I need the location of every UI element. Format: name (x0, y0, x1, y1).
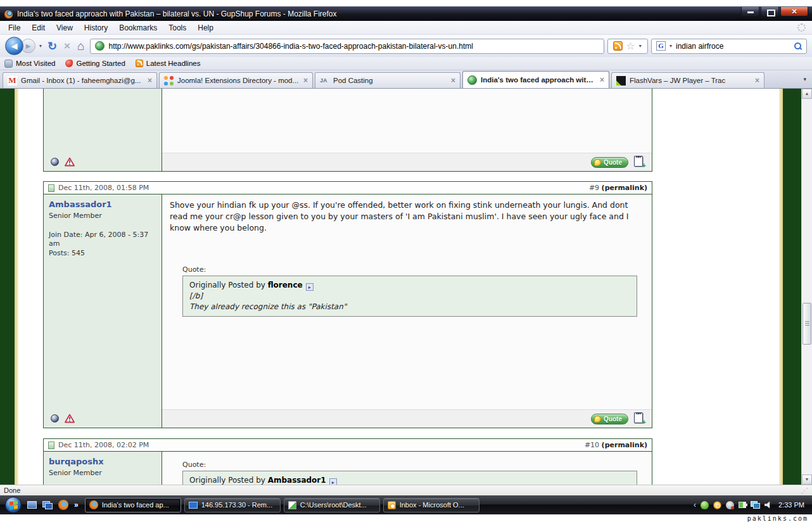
scrollbar-thumb[interactable] (802, 303, 811, 345)
stop-button[interactable]: × (62, 40, 72, 53)
permalink-link[interactable]: (permalink) (602, 441, 647, 449)
tab-joomla[interactable]: Joomla! Extensions Directory - mod... × (159, 72, 313, 88)
scroll-down-button[interactable]: ▼ (802, 474, 812, 485)
tab-close-icon[interactable]: × (451, 76, 455, 85)
quote-attribution: Originally Posted by florence (189, 280, 630, 291)
quoted-author: florence (268, 281, 303, 290)
username-link[interactable]: burqaposhx (49, 457, 156, 466)
firefox-quicklaunch-icon[interactable] (58, 500, 68, 510)
bookmark-dropdown-icon[interactable]: ▾ (638, 43, 642, 49)
multiquote-button[interactable]: + (633, 156, 646, 169)
search-go-icon[interactable] (794, 42, 802, 50)
tab-close-icon[interactable]: × (600, 75, 604, 84)
url-bar[interactable]: http://www.paklinks.com/gs/pakistan-affa… (90, 39, 604, 54)
tab-flashvars[interactable]: FlashVars – JW Player – Trac × (611, 72, 764, 88)
tab-list-dropdown-icon[interactable]: ▾ (800, 73, 809, 85)
bookmark-most-visited[interactable]: Most Visited (4, 60, 55, 68)
restore-button[interactable] (761, 7, 779, 16)
multiquote-button[interactable]: + (633, 412, 646, 425)
tab-gmail[interactable]: M Gmail - Inbox (1) - faheemghazi@g... × (3, 72, 157, 88)
post-doc-icon (48, 442, 54, 449)
taskbar-button-explorer[interactable]: C:\Users\root\Deskt... (284, 498, 380, 512)
menu-view[interactable]: View (51, 22, 79, 34)
post-footer-right: Quote + (162, 409, 652, 428)
tray-expand-chevron[interactable]: ‹ (694, 500, 696, 509)
window-title: India's two faced approach with Pakistan… (17, 10, 337, 18)
tab-active-thread[interactable]: India's two faced approach with P... × (462, 71, 609, 88)
task-label: C:\Users\root\Deskt... (300, 501, 367, 509)
taskbar-button-remote-desktop[interactable]: 146.95.173.30 - Rem... (184, 498, 281, 512)
view-post-arrow-icon[interactable] (329, 478, 337, 485)
tab-pod-casting[interactable]: JA Pod Casting × (315, 72, 460, 88)
quote-bubble-icon (594, 416, 601, 423)
rss-feed-icon[interactable] (613, 41, 623, 51)
menu-bookmarks[interactable]: Bookmarks (113, 22, 163, 34)
history-dropdown-icon[interactable]: ▾ (39, 43, 42, 49)
show-desktop-icon[interactable] (27, 501, 37, 509)
search-input[interactable]: indian airfroce (676, 42, 790, 51)
username-link[interactable]: Ambassador1 (49, 200, 156, 209)
post-8-partial: Quote + (43, 89, 652, 172)
tab-close-icon[interactable]: × (303, 76, 308, 85)
bookmark-star-icon[interactable]: ☆ (626, 41, 635, 51)
taskbar-button-outlook[interactable]: Inbox - Microsoft O... (383, 498, 479, 512)
battery-tray-icon[interactable] (739, 502, 746, 508)
network-tray-icon[interactable] (751, 501, 760, 509)
user-status-orb-icon (51, 414, 59, 423)
view-post-arrow-icon[interactable] (306, 283, 314, 291)
jw-player-favicon (616, 76, 626, 86)
permalink-link[interactable]: (permalink) (602, 184, 647, 192)
home-button[interactable]: ⌂ (75, 39, 86, 53)
messenger-tray-icon[interactable] (701, 501, 709, 509)
taskbar-clock[interactable]: 2:33 PM (778, 501, 804, 509)
url-text[interactable]: http://www.paklinks.com/gs/pakistan-affa… (109, 42, 473, 51)
minimize-button[interactable] (741, 7, 759, 16)
volume-tray-icon[interactable] (764, 501, 772, 509)
reload-button[interactable]: ↻ (46, 39, 59, 53)
taskbar-button-firefox[interactable]: India's two faced ap... (85, 498, 181, 512)
vertical-scrollbar[interactable]: ▲ ▼ (801, 89, 812, 485)
latest-headlines-rss-icon (136, 60, 143, 67)
post-number-wrap: #10 (permalink) (585, 441, 647, 449)
feed-bookmark-group: ☆ ▾ (607, 39, 648, 54)
menu-tools[interactable]: Tools (163, 22, 192, 34)
menu-file[interactable]: File (3, 22, 26, 34)
report-post-icon[interactable] (65, 157, 75, 167)
quote-bubble-icon (594, 159, 601, 166)
switch-windows-icon[interactable] (42, 501, 53, 509)
resize-grip-icon[interactable]: ⋰ (801, 487, 808, 493)
scroll-up-button[interactable]: ▲ (802, 89, 812, 99)
search-bar[interactable]: G ▾ indian airfroce (651, 39, 807, 54)
back-button[interactable]: ◀ (5, 37, 23, 55)
menu-history[interactable]: History (79, 22, 113, 34)
tab-label: India's two faced approach with P... (481, 76, 596, 84)
post-user-cell (44, 89, 162, 153)
user-status-orb-icon (51, 158, 59, 166)
bookmark-latest-headlines[interactable]: Latest Headlines (136, 60, 201, 67)
bookmark-getting-started[interactable]: Getting Started (65, 60, 125, 67)
quote-button[interactable]: Quote (591, 157, 628, 168)
google-engine-icon[interactable]: G (656, 41, 666, 51)
report-post-icon[interactable] (65, 414, 75, 423)
quote-button[interactable]: Quote (591, 414, 628, 424)
quicklaunch-overflow-chevron[interactable]: » (74, 500, 79, 509)
post-date: Dec 11th, 2008, 01:58 PM (58, 184, 149, 192)
post-footer-left (44, 409, 162, 428)
engine-dropdown-icon[interactable]: ▾ (669, 43, 673, 49)
close-button[interactable] (780, 7, 808, 16)
menu-help[interactable]: Help (192, 22, 219, 34)
tab-close-icon[interactable]: × (755, 76, 759, 85)
post-footer-left (44, 153, 162, 171)
quote-line-bbcode: [/b] (189, 291, 630, 302)
quote-attribution: Originally Posted by Ambassador1 (189, 475, 630, 485)
bottom-strip: paklinks.com (0, 514, 812, 522)
menu-edit[interactable]: Edit (26, 22, 51, 34)
disc-tray-icon[interactable] (726, 501, 734, 509)
start-button[interactable] (5, 497, 22, 513)
reminder-tray-icon[interactable] (713, 501, 721, 509)
quote-section-label: Quote: (182, 265, 644, 274)
post-user-cell: Ambassador1 Senior Member Join Date: Apr… (44, 194, 162, 409)
tab-close-icon[interactable]: × (148, 76, 152, 85)
window-titlebar[interactable]: India's two faced approach with Pakistan… (0, 6, 812, 21)
quote-box: Originally Posted by Ambassador1 (182, 471, 637, 485)
